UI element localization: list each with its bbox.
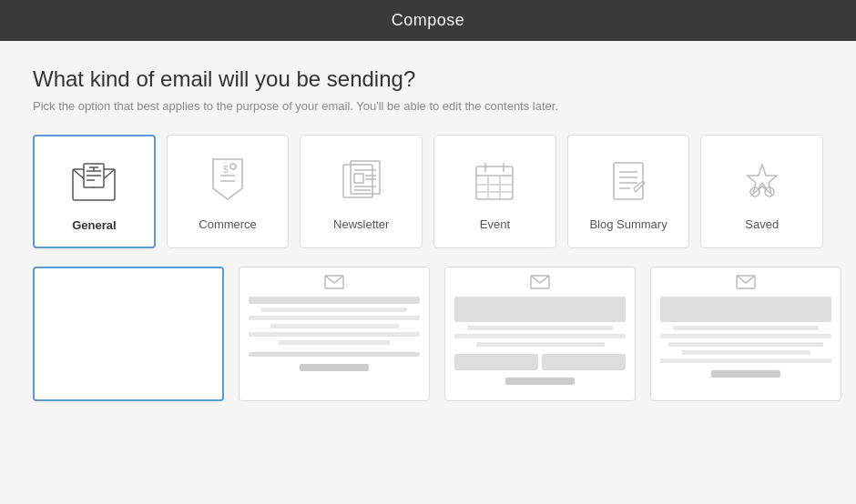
template-2[interactable] — [444, 267, 636, 401]
type-card-saved[interactable]: Saved — [700, 135, 823, 248]
commerce-icon-area: $ — [200, 154, 255, 208]
svg-line-34 — [634, 188, 636, 192]
type-card-general-label: General — [72, 218, 116, 232]
event-icon-area — [467, 154, 522, 208]
email-types-row: General $ Commerce — [33, 135, 823, 248]
svg-line-32 — [634, 181, 643, 188]
svg-rect-12 — [351, 161, 380, 194]
template-3[interactable] — [650, 267, 841, 401]
type-card-saved-label: Saved — [745, 217, 779, 231]
general-icon-area — [66, 155, 121, 209]
title-label: Compose — [392, 11, 465, 29]
type-card-general[interactable]: General — [33, 135, 156, 248]
svg-rect-14 — [354, 174, 363, 183]
type-card-blog-summary[interactable]: Blog Summary — [567, 135, 690, 248]
blog-summary-icon-area — [601, 154, 656, 208]
svg-point-7 — [230, 164, 236, 169]
type-card-newsletter-label: Newsletter — [333, 217, 389, 231]
page-subheading: Pick the option that best applies to the… — [33, 99, 823, 113]
type-card-event-label: Event — [480, 217, 510, 231]
type-card-blog-summary-label: Blog Summary — [589, 217, 667, 231]
type-card-commerce[interactable]: $ Commerce — [167, 135, 290, 248]
template-1[interactable] — [239, 267, 430, 401]
newsletter-icon-area — [334, 154, 389, 208]
template-blank[interactable] — [33, 267, 224, 401]
saved-icon-area — [735, 154, 790, 208]
templates-row — [33, 267, 823, 401]
svg-rect-19 — [476, 166, 513, 199]
svg-text:$: $ — [223, 165, 229, 175]
main-content: What kind of email will you be sending? … — [0, 41, 856, 419]
type-card-event[interactable]: Event — [433, 135, 556, 248]
page-heading: What kind of email will you be sending? — [33, 66, 823, 92]
svg-rect-27 — [614, 163, 643, 199]
title-bar: Compose — [0, 0, 856, 41]
type-card-newsletter[interactable]: Newsletter — [300, 135, 423, 248]
type-card-commerce-label: Commerce — [199, 217, 257, 231]
